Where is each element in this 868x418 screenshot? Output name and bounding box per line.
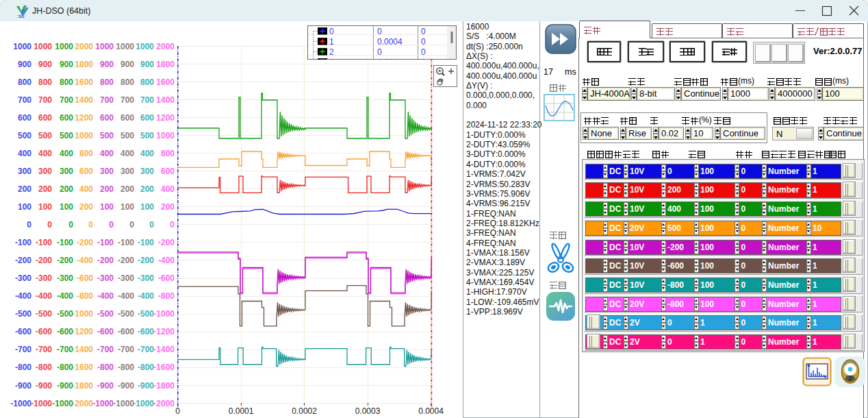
svg-text::so: :so: [17, 14, 25, 19]
svg-text:0: 0: [377, 27, 382, 36]
svg-text:0: 0: [421, 37, 426, 47]
svg-text:3: 3: [848, 375, 852, 382]
svg-text:0: 0: [329, 27, 334, 36]
svg-text:0: 0: [421, 47, 426, 57]
svg-text:0.000: 0.000: [377, 58, 398, 60]
svg-text:0: 0: [421, 58, 426, 60]
svg-text:0: 0: [421, 27, 426, 36]
svg-text:0.0004: 0.0004: [377, 37, 403, 47]
svg-text:0: 0: [377, 47, 382, 57]
svg-text:3: 3: [329, 58, 334, 60]
svg-text:1: 1: [329, 37, 334, 47]
svg-text:2: 2: [329, 47, 334, 57]
